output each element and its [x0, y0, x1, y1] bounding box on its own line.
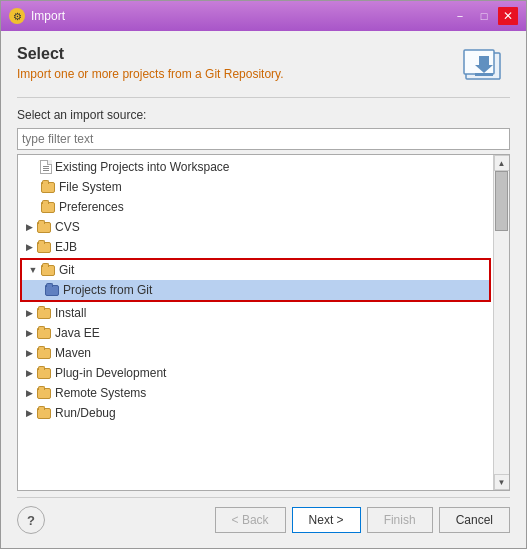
folder-icon	[36, 240, 52, 254]
tree-label: Git	[59, 263, 74, 277]
tree-item-existing[interactable]: Existing Projects into Workspace	[18, 157, 493, 177]
tree-label: Run/Debug	[55, 406, 116, 420]
tree-label: Install	[55, 306, 86, 320]
tree-item-remote-systems[interactable]: ▶ Remote Systems	[18, 383, 493, 403]
tree-label: Existing Projects into Workspace	[55, 160, 230, 174]
svg-rect-3	[475, 73, 493, 76]
tree-label: CVS	[55, 220, 80, 234]
expand-icon[interactable]: ▶	[22, 240, 36, 254]
minimize-button[interactable]: −	[450, 7, 470, 25]
window-title: Import	[31, 9, 65, 23]
source-label: Select an import source:	[17, 108, 510, 122]
button-bar: ? < Back Next > Finish Cancel	[17, 497, 510, 534]
tree-item-filesystem[interactable]: File System	[18, 177, 493, 197]
expand-icon[interactable]: ▶	[22, 306, 36, 320]
tree-label: Remote Systems	[55, 386, 146, 400]
page-icon	[40, 160, 52, 174]
scrollbar-track[interactable]	[494, 171, 509, 474]
tree-item-preferences[interactable]: Preferences	[18, 197, 493, 217]
tree-label: Java EE	[55, 326, 100, 340]
dialog-title: Select	[17, 45, 452, 63]
folder-icon	[36, 386, 52, 400]
expand-icon[interactable]: ▶	[22, 220, 36, 234]
back-button[interactable]: < Back	[215, 507, 286, 533]
filter-input[interactable]	[17, 128, 510, 150]
tree-label: Preferences	[59, 200, 124, 214]
cancel-button[interactable]: Cancel	[439, 507, 510, 533]
tree-item-run-debug[interactable]: ▶ Run/Debug	[18, 403, 493, 423]
folder-icon	[36, 220, 52, 234]
scroll-down-button[interactable]: ▼	[494, 474, 510, 490]
title-bar-left: ⚙ Import	[9, 8, 65, 24]
expand-icon[interactable]: ▶	[22, 326, 36, 340]
title-bar: ⚙ Import − □ ✕	[1, 1, 526, 31]
title-bar-controls: − □ ✕	[450, 7, 518, 25]
folder-icon	[36, 306, 52, 320]
window-icon: ⚙	[9, 8, 25, 24]
tree-item-ejb[interactable]: ▶ EJB	[18, 237, 493, 257]
projects-icon	[44, 283, 60, 297]
dialog-content: Select Import one or more projects from …	[1, 31, 526, 548]
tree-item-git[interactable]: ▼ Git	[22, 260, 489, 280]
folder-icon	[36, 366, 52, 380]
folder-icon	[40, 200, 56, 214]
scroll-up-button[interactable]: ▲	[494, 155, 510, 171]
finish-button[interactable]: Finish	[367, 507, 433, 533]
tree-scroll: Existing Projects into Workspace File Sy…	[18, 155, 493, 490]
tree-item-install[interactable]: ▶ Install	[18, 303, 493, 323]
header-divider	[17, 97, 510, 98]
header-text: Select Import one or more projects from …	[17, 45, 452, 81]
tree-item-plugin-dev[interactable]: ▶ Plug-in Development	[18, 363, 493, 383]
projects-from-git-label: Projects from Git	[63, 283, 152, 297]
tree-item-cvs[interactable]: ▶ CVS	[18, 217, 493, 237]
folder-icon	[40, 263, 56, 277]
folder-icon	[36, 326, 52, 340]
git-highlighted-section: ▼ Git Projects from Git	[20, 258, 491, 302]
dialog-subtitle: Import one or more projects from a Git R…	[17, 67, 452, 81]
import-dialog: ⚙ Import − □ ✕ Select Import one or more…	[0, 0, 527, 549]
expand-icon[interactable]: ▶	[22, 366, 36, 380]
tree-item-projects-from-git[interactable]: Projects from Git	[22, 280, 489, 300]
expand-icon[interactable]: ▼	[26, 263, 40, 277]
tree-item-javaee[interactable]: ▶ Java EE	[18, 323, 493, 343]
tree-label: EJB	[55, 240, 77, 254]
tree-label: File System	[59, 180, 122, 194]
tree-item-maven[interactable]: ▶ Maven	[18, 343, 493, 363]
expand-icon[interactable]: ▶	[22, 386, 36, 400]
navigation-buttons: < Back Next > Finish Cancel	[215, 507, 510, 533]
expand-icon[interactable]: ▶	[22, 406, 36, 420]
folder-icon	[36, 346, 52, 360]
folder-icon	[40, 180, 56, 194]
close-button[interactable]: ✕	[498, 7, 518, 25]
tree-label: Maven	[55, 346, 91, 360]
maximize-button[interactable]: □	[474, 7, 494, 25]
expand-icon[interactable]: ▶	[22, 346, 36, 360]
next-button[interactable]: Next >	[292, 507, 361, 533]
tree-container: Existing Projects into Workspace File Sy…	[17, 154, 510, 491]
import-icon	[462, 45, 510, 85]
help-button[interactable]: ?	[17, 506, 45, 534]
scrollbar-thumb[interactable]	[495, 171, 508, 231]
folder-icon	[36, 406, 52, 420]
scrollbar[interactable]: ▲ ▼	[493, 155, 509, 490]
header-section: Select Import one or more projects from …	[17, 45, 510, 85]
tree-label: Plug-in Development	[55, 366, 166, 380]
